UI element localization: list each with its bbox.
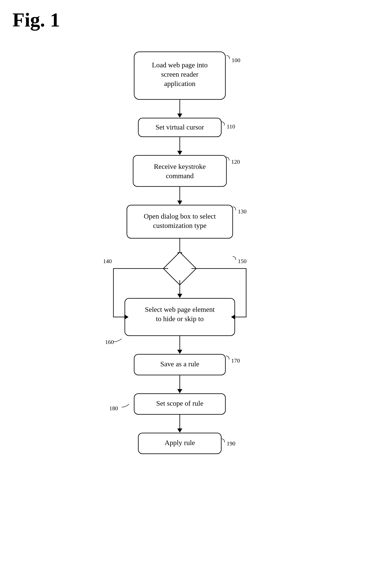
svg-text:Set scope of rule: Set scope of rule [156, 399, 203, 407]
svg-text:170: 170 [231, 357, 240, 364]
svg-text:Save as a rule: Save as a rule [160, 360, 199, 368]
svg-marker-15 [177, 252, 182, 256]
svg-text:to hide or skip to: to hide or skip to [156, 315, 204, 323]
svg-text:application: application [164, 80, 195, 87]
svg-text:180: 180 [109, 405, 118, 411]
svg-rect-4 [138, 118, 221, 137]
svg-marker-20 [177, 294, 182, 298]
diagram-container: 100 110 120 130 [0, 46, 372, 584]
svg-rect-0 [134, 52, 225, 99]
svg-text:160: 160 [105, 339, 114, 345]
svg-text:Open dialog box to select: Open dialog box to select [144, 212, 216, 220]
svg-rect-16 [164, 252, 196, 285]
svg-text:Select web page element: Select web page element [145, 306, 215, 313]
svg-text:screen reader: screen reader [161, 70, 199, 78]
svg-text:120: 120 [231, 158, 240, 165]
svg-rect-8 [133, 155, 226, 187]
svg-text:140: 140 [103, 258, 112, 264]
svg-text:110: 110 [227, 123, 235, 130]
page-title: Fig. 1 [12, 8, 60, 31]
svg-text:Load web page into: Load web page into [152, 61, 208, 69]
svg-text:Apply rule: Apply rule [165, 439, 195, 446]
svg-text:190: 190 [227, 440, 235, 447]
svg-marker-24 [231, 315, 235, 319]
svg-marker-34 [177, 429, 182, 433]
svg-rect-21 [125, 298, 235, 336]
svg-text:Receive keystroke: Receive keystroke [154, 163, 206, 170]
svg-marker-7 [177, 151, 182, 155]
svg-marker-26 [177, 350, 182, 354]
svg-marker-11 [177, 200, 182, 205]
svg-marker-30 [177, 389, 182, 393]
svg-text:Set virtual cursor: Set virtual cursor [155, 123, 204, 131]
svg-marker-23 [124, 315, 129, 319]
svg-marker-3 [177, 114, 182, 118]
svg-rect-35 [138, 433, 221, 454]
svg-text:customization type: customization type [153, 222, 207, 229]
svg-rect-12 [127, 205, 233, 238]
svg-rect-31 [134, 394, 225, 414]
svg-text:command: command [166, 172, 194, 180]
svg-text:100: 100 [232, 57, 240, 63]
svg-text:130: 130 [238, 208, 247, 215]
flowchart-svg: 100 110 120 130 [93, 46, 279, 584]
svg-rect-27 [134, 354, 225, 375]
svg-text:150: 150 [238, 258, 247, 264]
